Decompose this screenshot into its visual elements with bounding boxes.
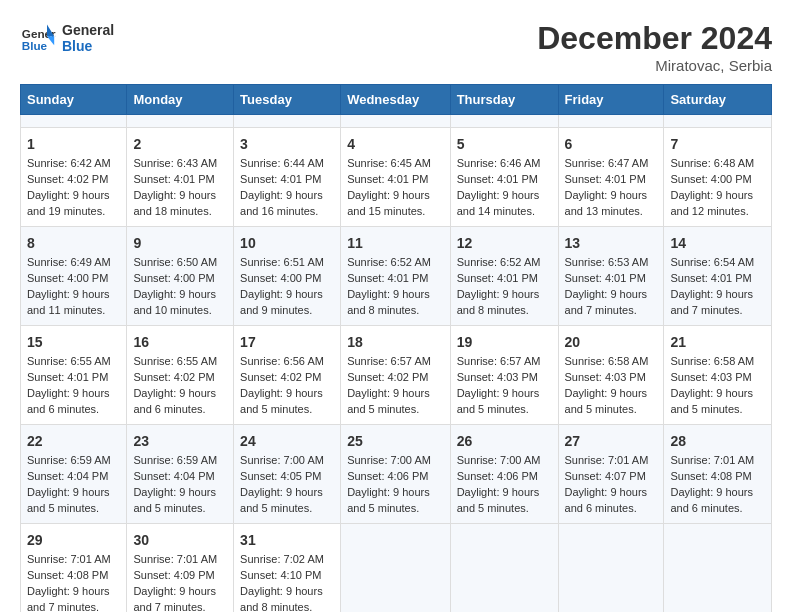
day-info: Sunrise: 6:43 AM [133,156,227,172]
day-info: Sunrise: 6:50 AM [133,255,227,271]
day-info: Daylight: 9 hours and 8 minutes. [457,287,552,319]
day-info: Sunset: 4:01 PM [240,172,334,188]
day-number: 16 [133,332,227,352]
calendar-week-3: 15Sunrise: 6:55 AMSunset: 4:01 PMDayligh… [21,326,772,425]
calendar-cell [127,115,234,128]
day-info: Daylight: 9 hours and 5 minutes. [240,386,334,418]
calendar-cell: 21Sunrise: 6:58 AMSunset: 4:03 PMDayligh… [664,326,772,425]
calendar-cell: 25Sunrise: 7:00 AMSunset: 4:06 PMDayligh… [341,425,451,524]
day-info: Sunrise: 6:47 AM [565,156,658,172]
day-info: Sunrise: 6:46 AM [457,156,552,172]
day-info: Sunset: 4:01 PM [565,271,658,287]
calendar-cell: 4Sunrise: 6:45 AMSunset: 4:01 PMDaylight… [341,128,451,227]
calendar-cell: 20Sunrise: 6:58 AMSunset: 4:03 PMDayligh… [558,326,664,425]
day-info: Sunrise: 6:58 AM [565,354,658,370]
day-info: Daylight: 9 hours and 5 minutes. [27,485,120,517]
day-info: Sunset: 4:01 PM [457,271,552,287]
day-info: Sunset: 4:04 PM [133,469,227,485]
day-info: Daylight: 9 hours and 6 minutes. [133,386,227,418]
logo: General Blue General Blue [20,20,114,56]
calendar-cell: 15Sunrise: 6:55 AMSunset: 4:01 PMDayligh… [21,326,127,425]
day-info: Sunset: 4:04 PM [27,469,120,485]
day-info: Sunset: 4:01 PM [565,172,658,188]
calendar-week-5: 29Sunrise: 7:01 AMSunset: 4:08 PMDayligh… [21,524,772,612]
day-info: Sunrise: 7:01 AM [670,453,765,469]
day-number: 23 [133,431,227,451]
day-number: 9 [133,233,227,253]
logo-general: General [62,22,114,38]
day-info: Sunset: 4:02 PM [27,172,120,188]
day-info: Daylight: 9 hours and 6 minutes. [670,485,765,517]
day-number: 5 [457,134,552,154]
calendar-week-0 [21,115,772,128]
day-info: Daylight: 9 hours and 14 minutes. [457,188,552,220]
day-info: Sunrise: 7:01 AM [27,552,120,568]
day-number: 31 [240,530,334,550]
day-info: Sunrise: 7:00 AM [457,453,552,469]
day-number: 12 [457,233,552,253]
day-info: Sunrise: 6:42 AM [27,156,120,172]
day-number: 10 [240,233,334,253]
day-info: Sunset: 4:07 PM [565,469,658,485]
calendar-cell [341,524,451,612]
day-info: Sunrise: 6:45 AM [347,156,444,172]
day-info: Sunrise: 6:44 AM [240,156,334,172]
calendar-cell: 3Sunrise: 6:44 AMSunset: 4:01 PMDaylight… [234,128,341,227]
calendar-cell: 19Sunrise: 6:57 AMSunset: 4:03 PMDayligh… [450,326,558,425]
calendar-cell [664,524,772,612]
day-info: Sunset: 4:03 PM [565,370,658,386]
day-info: Daylight: 9 hours and 6 minutes. [565,485,658,517]
day-info: Daylight: 9 hours and 5 minutes. [133,485,227,517]
day-info: Sunset: 4:08 PM [670,469,765,485]
day-number: 4 [347,134,444,154]
day-info: Sunset: 4:06 PM [457,469,552,485]
day-number: 26 [457,431,552,451]
col-thursday: Thursday [450,85,558,115]
day-number: 30 [133,530,227,550]
day-number: 14 [670,233,765,253]
calendar-cell: 1Sunrise: 6:42 AMSunset: 4:02 PMDaylight… [21,128,127,227]
day-info: Daylight: 9 hours and 19 minutes. [27,188,120,220]
day-info: Sunset: 4:02 PM [133,370,227,386]
day-info: Daylight: 9 hours and 6 minutes. [27,386,120,418]
day-info: Sunset: 4:02 PM [240,370,334,386]
day-number: 15 [27,332,120,352]
calendar-cell: 9Sunrise: 6:50 AMSunset: 4:00 PMDaylight… [127,227,234,326]
day-info: Sunset: 4:00 PM [133,271,227,287]
day-number: 19 [457,332,552,352]
calendar-week-2: 8Sunrise: 6:49 AMSunset: 4:00 PMDaylight… [21,227,772,326]
day-info: Daylight: 9 hours and 15 minutes. [347,188,444,220]
day-info: Sunset: 4:00 PM [670,172,765,188]
day-info: Sunset: 4:10 PM [240,568,334,584]
day-info: Sunrise: 6:52 AM [347,255,444,271]
day-info: Daylight: 9 hours and 5 minutes. [457,386,552,418]
day-info: Daylight: 9 hours and 7 minutes. [27,584,120,612]
day-number: 2 [133,134,227,154]
day-number: 22 [27,431,120,451]
day-info: Sunrise: 6:54 AM [670,255,765,271]
col-tuesday: Tuesday [234,85,341,115]
day-info: Sunset: 4:05 PM [240,469,334,485]
calendar-cell [664,115,772,128]
calendar-cell: 17Sunrise: 6:56 AMSunset: 4:02 PMDayligh… [234,326,341,425]
day-info: Daylight: 9 hours and 10 minutes. [133,287,227,319]
calendar-cell: 5Sunrise: 6:46 AMSunset: 4:01 PMDaylight… [450,128,558,227]
day-info: Sunrise: 7:00 AM [240,453,334,469]
day-info: Sunset: 4:01 PM [133,172,227,188]
day-info: Daylight: 9 hours and 5 minutes. [240,485,334,517]
calendar-week-1: 1Sunrise: 6:42 AMSunset: 4:02 PMDaylight… [21,128,772,227]
day-info: Sunrise: 7:01 AM [565,453,658,469]
day-number: 11 [347,233,444,253]
day-info: Sunset: 4:01 PM [27,370,120,386]
day-number: 20 [565,332,658,352]
calendar-cell: 31Sunrise: 7:02 AMSunset: 4:10 PMDayligh… [234,524,341,612]
day-info: Sunrise: 6:49 AM [27,255,120,271]
day-info: Daylight: 9 hours and 5 minutes. [565,386,658,418]
day-info: Sunrise: 7:00 AM [347,453,444,469]
calendar-cell: 12Sunrise: 6:52 AMSunset: 4:01 PMDayligh… [450,227,558,326]
calendar-cell: 22Sunrise: 6:59 AMSunset: 4:04 PMDayligh… [21,425,127,524]
day-number: 6 [565,134,658,154]
day-info: Daylight: 9 hours and 5 minutes. [347,386,444,418]
calendar-cell: 28Sunrise: 7:01 AMSunset: 4:08 PMDayligh… [664,425,772,524]
day-info: Sunrise: 6:52 AM [457,255,552,271]
